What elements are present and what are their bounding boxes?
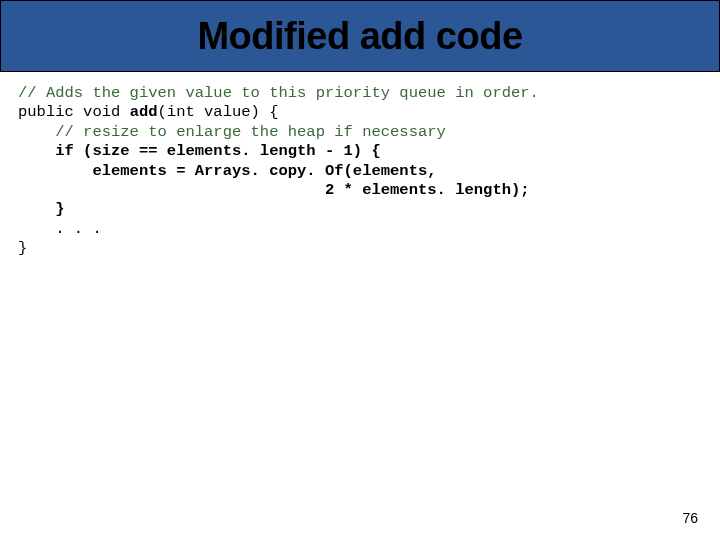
page-number: 76 (682, 510, 698, 526)
code-line-7: } (18, 200, 65, 218)
code-comment-2: // resize to enlarge the heap if necessa… (18, 123, 446, 141)
title-bar: Modified add code (0, 0, 720, 72)
code-line-2-prefix: public void (18, 103, 130, 121)
code-block: // Adds the given value to this priority… (0, 72, 720, 258)
code-line-4: if (size == elements. length - 1) { (18, 142, 381, 160)
code-line-9: } (18, 239, 27, 257)
code-method-name: add (130, 103, 158, 121)
code-line-2-suffix: (int value) { (158, 103, 279, 121)
slide-title: Modified add code (197, 15, 522, 58)
code-line-8: . . . (18, 220, 102, 238)
code-line-6: 2 * elements. length); (18, 181, 530, 199)
code-comment-1: // Adds the given value to this priority… (18, 84, 539, 102)
code-line-5: elements = Arrays. copy. Of(elements, (18, 162, 437, 180)
